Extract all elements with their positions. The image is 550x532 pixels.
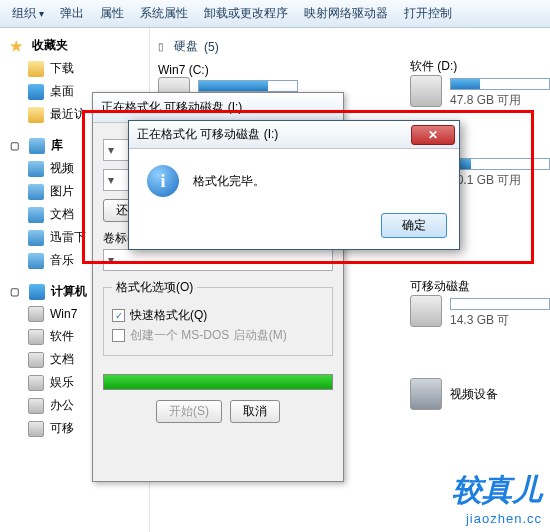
disk-icon — [28, 352, 44, 368]
computer-icon — [29, 284, 45, 300]
tb-mapdrive[interactable]: 映射网络驱动器 — [298, 2, 394, 25]
tb-opencp[interactable]: 打开控制 — [398, 2, 458, 25]
format-title: 正在格式化 可移动磁盘 (I:) — [93, 93, 343, 123]
expand-icon: ▢ — [10, 140, 19, 151]
docs-icon — [28, 207, 44, 223]
quick-format-checkbox[interactable]: ✓快速格式化(Q) — [112, 307, 324, 324]
progress-bar — [103, 374, 333, 390]
volume-label-input[interactable] — [103, 249, 333, 271]
close-icon: ✕ — [428, 128, 438, 142]
msgbox-title: 正在格式化 可移动磁盘 (I:) — [137, 126, 278, 143]
disk-icon — [28, 421, 44, 437]
watermark: 较真儿 jiaozhen.cc — [452, 470, 542, 526]
library-icon — [29, 138, 45, 154]
disk-icon — [28, 398, 44, 414]
collapse-icon: ▯ — [158, 41, 164, 52]
msgbox-text: 格式化完毕。 — [193, 173, 265, 190]
star-icon: ★ — [10, 38, 26, 54]
disk-icon — [28, 375, 44, 391]
pictures-icon — [28, 184, 44, 200]
tb-uninstall[interactable]: 卸载或更改程序 — [198, 2, 294, 25]
sidebar-item-download[interactable]: 下载 — [0, 57, 149, 80]
disk-icon — [28, 306, 44, 322]
drive-icon — [410, 75, 442, 107]
tb-sysprops[interactable]: 系统属性 — [134, 2, 194, 25]
drive-videodev[interactable]: 视频设备 — [410, 378, 550, 410]
format-options-group: 格式化选项(O) ✓快速格式化(Q) 创建一个 MS-DOS 启动盘(M) — [103, 279, 333, 356]
checkbox-icon: ✓ — [112, 309, 125, 322]
video-icon — [28, 161, 44, 177]
format-options-legend: 格式化选项(O) — [112, 279, 197, 296]
tb-props[interactable]: 属性 — [94, 2, 130, 25]
checkbox-icon — [112, 329, 125, 342]
toolbar: 组织 弹出 属性 系统属性 卸载或更改程序 映射网络驱动器 打开控制 — [0, 0, 550, 28]
desktop-icon — [28, 84, 44, 100]
music-icon — [28, 253, 44, 269]
camera-icon — [410, 378, 442, 410]
start-button: 开始(S) — [156, 400, 222, 423]
message-box: 正在格式化 可移动磁盘 (I:) ✕ i 格式化完毕。 确定 — [128, 120, 460, 250]
fav-head[interactable]: ★收藏夹 — [0, 34, 149, 57]
msdos-checkbox: 创建一个 MS-DOS 启动盘(M) — [112, 327, 324, 344]
expand-icon: ▢ — [10, 286, 19, 297]
thunder-icon — [28, 230, 44, 246]
cancel-button[interactable]: 取消 — [230, 400, 280, 423]
drive-d[interactable]: 软件 (D:) 47.8 GB 可用 — [410, 58, 550, 109]
folder-icon — [28, 61, 44, 77]
ok-button[interactable]: 确定 — [381, 213, 447, 238]
tb-eject[interactable]: 弹出 — [54, 2, 90, 25]
section-hdd[interactable]: ▯ 硬盘 (5) — [158, 34, 542, 59]
recent-icon — [28, 107, 44, 123]
drive-removable[interactable]: 可移动磁盘 14.3 GB 可 — [410, 278, 550, 329]
info-icon: i — [147, 165, 179, 197]
disk-icon — [28, 329, 44, 345]
close-button[interactable]: ✕ — [411, 125, 455, 145]
drive-icon — [410, 295, 442, 327]
tb-organize[interactable]: 组织 — [6, 2, 50, 25]
